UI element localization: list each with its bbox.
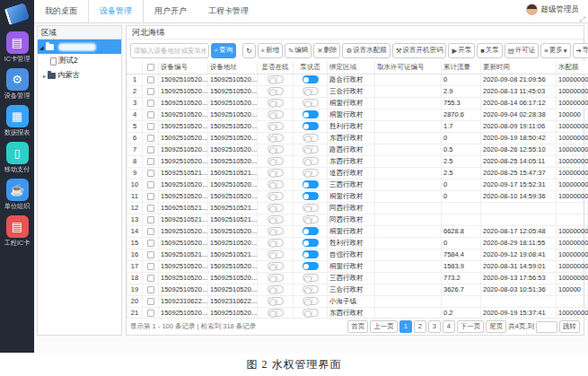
table-row[interactable]: 1715092510520...15092510520...桐盟行政村1583.… <box>127 260 588 272</box>
toolbar-button-更多[interactable]: ≡更多▾ <box>540 43 570 58</box>
pump-toggle[interactable] <box>303 192 319 200</box>
table-row[interactable]: 215092510520...15092510520...三合行政村2.9202… <box>127 85 588 97</box>
user-menu[interactable]: 超级管理员 <box>526 4 580 15</box>
table-row[interactable]: 815092510520...15092510520...东西行政村2.5202… <box>127 155 588 167</box>
row-checkbox[interactable] <box>147 181 154 188</box>
tab-3[interactable]: 用户开户 <box>144 0 197 22</box>
jump-button[interactable]: 跳转 <box>559 320 580 333</box>
pump-toggle[interactable] <box>303 99 319 107</box>
online-toggle[interactable] <box>268 110 284 118</box>
pump-toggle[interactable] <box>303 157 319 165</box>
online-toggle[interactable] <box>268 274 284 282</box>
pump-toggle[interactable] <box>303 297 319 305</box>
row-checkbox[interactable] <box>147 111 154 118</box>
pump-toggle[interactable] <box>303 75 319 83</box>
caret-expanded-icon[interactable]: ◢ <box>39 44 44 50</box>
sidebar-item-1[interactable]: ▤IC卡管理 <box>0 31 34 64</box>
row-checkbox[interactable] <box>147 240 154 247</box>
online-toggle[interactable] <box>268 87 284 95</box>
online-toggle[interactable] <box>268 285 284 293</box>
online-toggle[interactable] <box>268 239 284 247</box>
toolbar-button-关泵[interactable]: ■关泵 <box>477 43 503 58</box>
tab-4[interactable]: 工程卡管理 <box>197 0 259 22</box>
table-row[interactable]: 1615092510521...15092510521...自强行政村7584.… <box>127 249 588 260</box>
row-checkbox[interactable] <box>147 310 154 317</box>
row-checkbox[interactable] <box>147 228 154 235</box>
table-row[interactable]: 1415092510520...15092510520...桐盟行政村6628.… <box>127 225 588 237</box>
next-page-button[interactable]: 下一页 <box>457 320 485 333</box>
tree-node-child-0[interactable]: 测试2 <box>38 54 121 68</box>
row-checkbox[interactable] <box>147 135 154 142</box>
row-checkbox[interactable] <box>147 251 154 258</box>
search-input[interactable] <box>130 43 209 58</box>
online-toggle[interactable] <box>268 204 284 212</box>
table-row[interactable]: 615092510520...15092510520...东西行政村02020-… <box>127 132 588 144</box>
table-row[interactable]: 1315092510521...15092510521...同西行政村 <box>127 214 588 225</box>
pump-toggle[interactable] <box>303 134 319 142</box>
pump-toggle[interactable] <box>303 169 319 177</box>
online-toggle[interactable] <box>268 99 284 107</box>
row-checkbox[interactable] <box>147 298 154 305</box>
pump-toggle[interactable] <box>303 110 319 118</box>
table-row[interactable]: 515092510520...15092510520...胜利行政村1.7202… <box>127 120 588 132</box>
table-row[interactable]: 415092510520...15092510520...桐盟行政村2870.6… <box>127 109 588 120</box>
toolbar-button-新增[interactable]: +新增 <box>258 43 283 58</box>
pump-toggle[interactable] <box>303 145 319 153</box>
toolbar-button-开泵[interactable]: ▶开泵 <box>448 43 475 58</box>
online-toggle[interactable] <box>268 309 284 317</box>
online-toggle[interactable] <box>268 145 284 153</box>
row-checkbox[interactable] <box>147 286 154 293</box>
online-toggle[interactable] <box>268 157 284 165</box>
tab-1[interactable]: 我的桌面 <box>34 0 88 22</box>
toolbar-button-设置开机密码[interactable]: ⚒设置开机密码 <box>392 43 447 58</box>
row-checkbox[interactable] <box>147 170 154 177</box>
tree-node-child-1[interactable]: ▸ 内蒙古 <box>38 68 121 83</box>
online-toggle[interactable] <box>268 180 284 188</box>
first-page-button[interactable]: 首页 <box>347 320 368 333</box>
table-row[interactable]: 315092510520...15092510520...桐盟行政村755.32… <box>127 97 588 109</box>
pump-toggle[interactable] <box>303 87 319 95</box>
toolbar-button-导出Excel[interactable]: ➔导出Excel <box>573 43 588 58</box>
row-checkbox[interactable] <box>147 146 154 153</box>
pump-toggle[interactable] <box>303 204 319 212</box>
row-checkbox[interactable] <box>147 123 154 130</box>
select-all-checkbox[interactable] <box>147 64 154 71</box>
online-toggle[interactable] <box>268 134 284 142</box>
page-button-1[interactable]: 1 <box>399 320 412 333</box>
row-checkbox[interactable] <box>147 88 154 95</box>
table-row[interactable]: 1115092510520...15092510520...桐盟行政村02020… <box>127 190 588 202</box>
fullscreen-icon[interactable]: ⤢ <box>580 15 585 24</box>
online-toggle[interactable] <box>268 262 284 270</box>
row-checkbox[interactable] <box>147 158 154 165</box>
table-row[interactable]: 915092510521...15092510521...道西行政村2.5202… <box>127 167 588 179</box>
online-toggle[interactable] <box>268 297 284 305</box>
page-button-3[interactable]: 3 <box>428 320 441 333</box>
tree-node-root[interactable]: ◢ <box>38 39 121 54</box>
tab-2[interactable]: 设备管理 <box>88 0 144 22</box>
jump-page-input[interactable] <box>536 321 557 333</box>
table-row[interactable]: 1915092510520...15092510520...三合行政村3626.… <box>127 284 588 295</box>
online-toggle[interactable] <box>268 169 284 177</box>
toolbar-button-删除[interactable]: ✕删除 <box>313 43 340 58</box>
pump-toggle[interactable] <box>303 250 319 258</box>
table-row[interactable]: 1515092510520...15092510520...胜利行政村02020… <box>127 237 588 249</box>
sidebar-item-5[interactable]: ☕单位组织 <box>0 179 34 211</box>
row-checkbox[interactable] <box>147 193 154 200</box>
table-row[interactable]: 1815092510520...15092510520...三西行政村773.2… <box>127 272 588 284</box>
toolbar-button-设置水配额[interactable]: ⚙设置水配额 <box>342 43 390 58</box>
online-toggle[interactable] <box>268 227 284 235</box>
pump-toggle[interactable] <box>303 122 319 130</box>
sidebar-item-3[interactable]: ▦数据报表 <box>0 105 34 137</box>
toolbar-button-许可证[interactable]: ▤许可证 <box>505 43 540 58</box>
toolbar-button-refresh[interactable]: ↻ <box>242 43 255 58</box>
row-checkbox[interactable] <box>147 76 154 83</box>
sidebar-item-6[interactable]: ▤工程IC卡 <box>0 215 34 248</box>
table-row[interactable]: 1015092510520...15092510520...三西行政村02020… <box>127 179 588 190</box>
search-button[interactable]: ⌕ 查询 <box>211 43 236 58</box>
pump-toggle[interactable] <box>303 239 319 247</box>
row-checkbox[interactable] <box>147 216 154 223</box>
toolbar-button-编辑[interactable]: ✎编辑 <box>285 43 312 58</box>
online-toggle[interactable] <box>268 215 284 223</box>
sidebar-item-2[interactable]: ⚙设备管理 <box>0 68 34 101</box>
row-checkbox[interactable] <box>147 100 154 107</box>
